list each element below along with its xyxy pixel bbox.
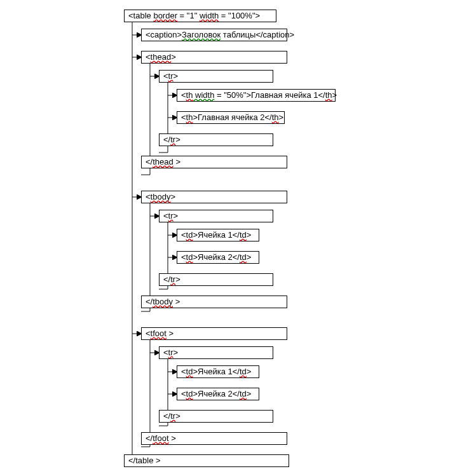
- node-table-close: </table >: [124, 454, 289, 467]
- node-tfoot-tr-open: <tr>: [159, 346, 273, 359]
- node-thead-open: <thead>: [141, 51, 287, 64]
- node-tbody-tr-open: <tr>: [159, 210, 273, 222]
- node-thead-tr-close: </tr>: [159, 133, 273, 146]
- node-tfoot-tr-close: </tr>: [159, 410, 273, 423]
- node-tbody-td-2: <td>Ячейка 2</td>: [177, 251, 259, 264]
- node-tfoot-td-2: <td>Ячейка 2</td>: [177, 388, 259, 400]
- node-tfoot-close: </tfoot >: [141, 432, 287, 445]
- node-thead-close: </thead >: [141, 156, 287, 168]
- node-tbody-tr-close: </tr>: [159, 273, 273, 286]
- node-tbody-open: <tbody>: [141, 191, 287, 203]
- node-tfoot-open: <tfoot >: [141, 327, 287, 340]
- node-tbody-close: </tbody >: [141, 296, 287, 308]
- node-tfoot-td-1: <td>Ячейка 1</td>: [177, 365, 259, 378]
- node-thead-tr-open: <tr>: [159, 70, 273, 83]
- node-th-1: <th width = "50%">Главная ячейка 1</th>: [177, 89, 336, 102]
- node-table-open: <table border = "1" width = "100%">: [124, 10, 276, 22]
- node-tbody-td-1: <td>Ячейка 1</td>: [177, 229, 259, 241]
- node-caption: <caption>Заголовок таблицы</caption>: [141, 29, 287, 41]
- node-th-2: <th>Главная ячейка 2</th>: [177, 111, 285, 124]
